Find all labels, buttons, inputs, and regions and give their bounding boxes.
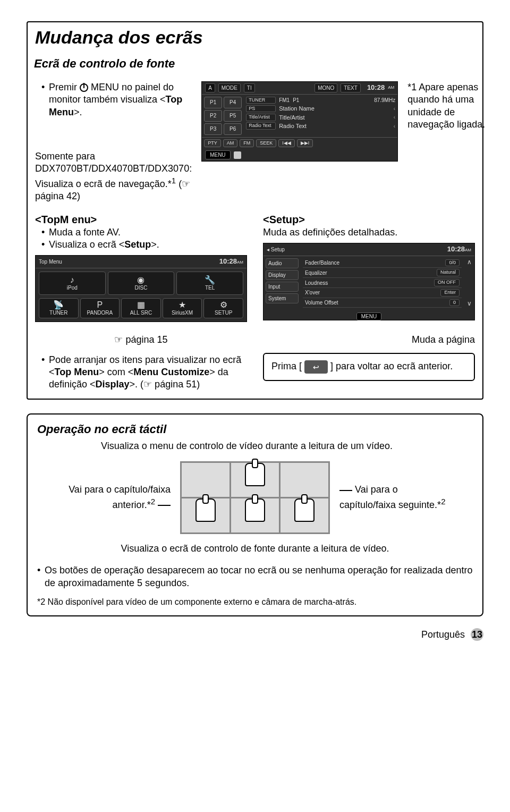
grid-cell-top-hand[interactable] — [231, 463, 279, 497]
rt-label: Radio Text — [246, 122, 276, 130]
touch-grid — [180, 461, 330, 534]
radio-text: Radio Text — [279, 122, 390, 130]
footer: Português 13 — [27, 628, 483, 641]
ps-label: PS — [246, 105, 276, 113]
grid-cell-bottom-hand[interactable] — [231, 498, 279, 532]
footer-page: 13 — [471, 628, 483, 641]
grid-cell-left-hand[interactable] — [182, 498, 230, 532]
topmenu-screenshot: Top Menu 10:28AM ♪iPod ◉DISC 🔧TEL 📡TUNER… — [35, 255, 247, 322]
pty-button[interactable]: PTY — [204, 139, 221, 148]
hand-icon — [294, 498, 314, 522]
page15-ref: ☞ página 15 — [35, 334, 247, 346]
setup-title: Setup — [271, 247, 285, 252]
tm-tuner[interactable]: 📡TUNER — [39, 298, 79, 318]
power-icon — [80, 83, 88, 92]
chevron-left-icon[interactable]: ‹ — [394, 123, 395, 130]
tm-disc[interactable]: ◉DISC — [108, 272, 175, 295]
left-instructions: Premir MENU no painel do monitor também … — [35, 81, 192, 203]
ta-label: Title/Artist — [246, 114, 276, 121]
scroll-up-icon[interactable]: ∧ — [465, 258, 473, 267]
preset-p4[interactable]: P4 — [224, 97, 242, 108]
prev-track-button[interactable]: I◀◀ — [278, 139, 295, 148]
row-fader[interactable]: Fader/Balance0/0 — [303, 258, 462, 268]
premir-pre: Premir — [49, 82, 80, 92]
premir-bullet: Premir MENU no painel do monitor também … — [41, 81, 192, 119]
tm-tel[interactable]: 🔧TEL — [176, 272, 243, 295]
hand-icon — [245, 463, 265, 486]
hand-icon — [196, 498, 216, 522]
text-chip[interactable]: TEXT — [341, 83, 361, 92]
preset-p3[interactable]: P3 — [204, 123, 222, 135]
arranjar-bullet: Pode arranjar os itens para visualizar n… — [41, 354, 247, 391]
tm-siriusxm[interactable]: ★SiriusXM — [163, 298, 202, 318]
am-button[interactable]: AM — [223, 139, 238, 148]
title-artist: Title/Artist — [279, 114, 390, 121]
mono-chip[interactable]: MONO — [314, 83, 337, 92]
premir-end: >. — [74, 107, 82, 117]
touch-left-label: Vai para o capítulo/faixa anterior.*2 — [64, 484, 171, 511]
row-equalizer[interactable]: EqualizerNatural — [303, 268, 462, 278]
touch-right-label: Vai para o capítulo/faixa seguinte.*2 — [339, 484, 446, 511]
frequency: 87.9MHz — [374, 97, 395, 104]
page-subtitle: Ecrã de controlo de fonte — [34, 56, 482, 72]
ti-chip[interactable]: TI — [244, 83, 255, 92]
preset-p2[interactable]: P2 — [204, 110, 222, 122]
prima-box: Prima [ ] para voltar ao ecrã anterior. — [263, 353, 475, 381]
tm-setup[interactable]: ⚙SETUP — [203, 298, 243, 318]
fm1: FM1 — [279, 97, 290, 104]
footnote2: *2 Não disponível para vídeo de um compo… — [37, 597, 473, 608]
fm-button[interactable]: FM — [240, 139, 254, 148]
touch-heading: Operação no ecrã táctil — [37, 422, 473, 437]
row-loudness[interactable]: LoudnessON OFF — [303, 278, 462, 288]
tab-display[interactable]: Display — [266, 270, 299, 280]
setup-screenshot: ◂ Setup 10:28AM Audio Display Input Syst… — [263, 243, 475, 320]
prima-pre: Prima [ — [271, 361, 304, 371]
setup-menu-button[interactable]: MENU — [356, 312, 381, 320]
grid-cell[interactable] — [182, 463, 230, 497]
row-volume-offset[interactable]: Volume Offset0 — [303, 298, 462, 308]
tab-audio[interactable]: Audio — [266, 258, 299, 268]
scroll-down-icon[interactable]: ∨ — [465, 300, 473, 308]
somente-text: Somente para DDX7070BT/DDX4070BT/DDX3070… — [35, 150, 192, 203]
setup-desc: Muda as definições detalhadas. — [263, 226, 475, 239]
tm-allsrc[interactable]: ▦ALL SRC — [121, 298, 161, 318]
topmenu-b2: Visualiza o ecrã <Setup>. — [41, 239, 247, 251]
station-name: Station Name — [279, 105, 390, 112]
muda-pagina-label: Muda a página — [263, 334, 475, 346]
p1: P1 — [293, 97, 299, 104]
menu-button[interactable]: MENU — [205, 150, 230, 159]
clock-ampm: AM — [388, 85, 394, 90]
page-title: Mudança dos ecrãs — [28, 22, 482, 54]
chevron-left-icon[interactable]: ‹ — [394, 114, 395, 121]
footer-lang: Português — [421, 629, 465, 640]
setup-header: <Setup> — [263, 213, 475, 226]
seek-button[interactable]: SEEK — [256, 139, 276, 148]
topmenu-header: <TopM enu> — [35, 213, 247, 226]
hand-icon — [245, 498, 265, 522]
preset-p1[interactable]: P1 — [204, 97, 222, 108]
tuner-label: TUNER — [246, 97, 276, 104]
preset-p5[interactable]: P5 — [224, 110, 242, 122]
grid-cell[interactable] — [280, 463, 328, 497]
preset-grid: P1 P4 P2 P5 P3 P6 — [202, 95, 244, 137]
mode-chip[interactable]: MODE — [218, 83, 241, 92]
prima-post: ] para voltar ao ecrã anterior. — [330, 361, 453, 371]
grid-cell-right-hand[interactable] — [280, 498, 328, 532]
clock: 10:28 — [367, 83, 385, 92]
touch-box: Operação no ecrã táctil Visualiza o menu… — [27, 413, 483, 616]
tm-ipod[interactable]: ♪iPod — [39, 272, 106, 295]
tab-system[interactable]: System — [266, 293, 299, 303]
nav-icon[interactable] — [234, 151, 241, 159]
back-button-icon[interactable] — [304, 360, 328, 374]
title-box: Mudança dos ecrãs Ecrã de controlo de fo… — [27, 21, 483, 400]
preset-p6[interactable]: P6 — [224, 123, 242, 135]
next-track-button[interactable]: ▶▶I — [297, 139, 313, 148]
chevron-left-icon[interactable]: ‹ — [394, 105, 395, 112]
touch-desc: Visualiza o menu de controlo de vídeo du… — [101, 440, 473, 452]
radio-screenshot: A MODE TI MONO TEXT 10:28 AM P1 P4 P2 — [201, 81, 398, 162]
antenna-icon: A — [205, 83, 215, 92]
tab-input[interactable]: Input — [266, 282, 299, 292]
topmenu-b1: Muda a fonte AV. — [41, 226, 247, 239]
row-xover[interactable]: X'overEnter — [303, 288, 462, 298]
tm-pandora[interactable]: PPANDORA — [80, 298, 120, 318]
